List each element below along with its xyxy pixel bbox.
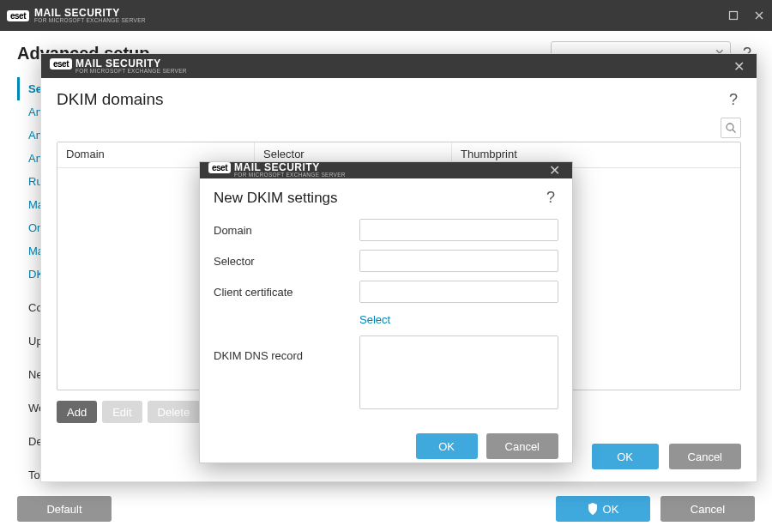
brand-subtitle: FOR MICROSOFT EXCHANGE SERVER bbox=[34, 18, 146, 24]
search-icon[interactable] bbox=[721, 118, 741, 138]
cert-field[interactable] bbox=[359, 281, 558, 303]
delete-button: Delete bbox=[148, 401, 201, 423]
brand-logo: eset MAIL SECURITY FOR MICROSOFT EXCHANG… bbox=[7, 8, 727, 24]
cancel-button[interactable]: Cancel bbox=[486, 433, 558, 459]
svg-point-1 bbox=[727, 124, 733, 130]
default-button[interactable]: Default bbox=[17, 496, 112, 522]
close-icon[interactable]: ✕ bbox=[730, 58, 748, 75]
main-titlebar: eset MAIL SECURITY FOR MICROSOFT EXCHANG… bbox=[0, 0, 772, 31]
ok-label: OK bbox=[603, 503, 619, 516]
edit-button: Edit bbox=[102, 401, 142, 423]
close-icon[interactable]: ✕ bbox=[546, 162, 564, 178]
dialog-titlebar: eset MAIL SECURITY FOR MICROSOFT EXCHANG… bbox=[41, 54, 757, 78]
brand-logo: eset MAIL SECURITY FOR MICROSOFT EXCHANG… bbox=[208, 162, 546, 178]
brand-logo: eset MAIL SECURITY FOR MICROSOFT EXCHANG… bbox=[50, 58, 730, 75]
add-button[interactable]: Add bbox=[57, 401, 97, 423]
selector-label: Selector bbox=[214, 255, 359, 268]
window-maximize-icon[interactable] bbox=[727, 9, 739, 21]
brand-badge: eset bbox=[7, 10, 29, 21]
dns-record-label: DKIM DNS record bbox=[214, 336, 359, 362]
brand-badge: eset bbox=[208, 162, 231, 173]
ok-button[interactable]: OK bbox=[416, 433, 478, 459]
help-icon[interactable]: ? bbox=[726, 91, 741, 109]
new-dkim-settings-dialog: eset MAIL SECURITY FOR MICROSOFT EXCHANG… bbox=[199, 161, 573, 463]
dialog-title: DKIM domains bbox=[57, 90, 726, 109]
brand-title: MAIL SECURITY bbox=[34, 8, 146, 18]
cancel-button[interactable]: Cancel bbox=[669, 444, 741, 469]
ok-button[interactable]: OK bbox=[556, 496, 650, 522]
brand-subtitle: FOR MICROSOFT EXCHANGE SERVER bbox=[75, 69, 187, 75]
selector-field[interactable] bbox=[359, 250, 558, 272]
domain-label: Domain bbox=[214, 224, 359, 237]
dns-record-field[interactable] bbox=[359, 336, 558, 409]
cert-label: Client certificate bbox=[214, 286, 359, 299]
window-close-icon[interactable] bbox=[753, 9, 765, 21]
select-cert-link[interactable]: Select bbox=[359, 313, 390, 326]
help-icon[interactable]: ? bbox=[543, 189, 558, 207]
svg-rect-0 bbox=[730, 12, 738, 20]
brand-subtitle: FOR MICROSOFT EXCHANGE SERVER bbox=[234, 172, 346, 178]
ok-button[interactable]: OK bbox=[592, 444, 659, 469]
dialog-titlebar: eset MAIL SECURITY FOR MICROSOFT EXCHANG… bbox=[200, 162, 572, 178]
cancel-button[interactable]: Cancel bbox=[660, 496, 755, 522]
shield-icon bbox=[588, 503, 598, 515]
brand-title: MAIL SECURITY bbox=[75, 58, 187, 69]
dialog-title: New DKIM settings bbox=[214, 190, 543, 207]
brand-badge: eset bbox=[50, 58, 72, 70]
domain-field[interactable] bbox=[359, 219, 558, 241]
